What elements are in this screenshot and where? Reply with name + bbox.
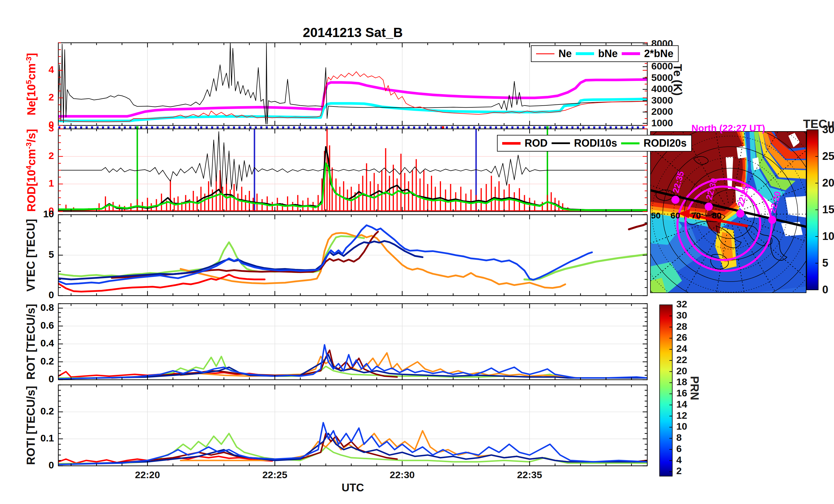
panel-rot [58,304,647,380]
prn-tick-label: 18 [676,376,687,388]
prn-tick-label: 2 [676,465,682,477]
legend-label: ROD [525,137,548,149]
tecu-tick-label: 25 [822,150,834,162]
tecu-tick-label: 5 [822,257,828,269]
tecu-tick-label: 30 [822,123,834,136]
prn-tick-label: 8 [676,432,682,443]
tecu-tick-label: 10 [822,230,834,243]
tecu-tick-label: 15 [822,204,834,216]
legend-line-RODI10s [552,142,570,144]
x-tick-label: 22:30 [385,469,419,480]
prn-tick-label: 14 [676,399,687,410]
track-dot [672,196,679,204]
legend-line-2*bNe [622,52,640,55]
legend-label: Ne [558,48,572,60]
y-axis-label-ne-te: Ne[105cm-3] [24,53,38,115]
prn-tick-label: 6 [676,443,682,454]
y-axis-label-roti: ROTI [TECU/s] [24,386,37,465]
prn-tick-label: 24 [676,343,687,354]
tecu-tick-label: 20 [822,177,834,189]
prn-tick-label: 4 [676,454,682,465]
y-axis-label-rod: ROD[104cm-3/s] [24,129,38,212]
prn-tick-label: 32 [676,298,687,310]
track-dot [705,203,713,211]
x-tick-label: 22:35 [512,469,547,480]
legend-label: RODI10s [574,137,617,149]
prn-tick-label: 20 [676,365,687,376]
legend-line-RODI20s [621,142,639,144]
panel-roti [58,385,647,466]
prn-tick-label: 16 [676,388,687,399]
series-prn-maroon-late [629,224,647,229]
prn-tick-label: 28 [676,321,687,332]
legend-label: 2*bNe [644,48,674,60]
x-axis-title: UTC [58,482,647,494]
colorbar-prn [660,305,672,476]
latitude-label: 50 [651,211,660,220]
tecu-tick-label: 0 [822,283,828,296]
map-title: North (22:27 UT) [651,123,806,134]
latitude-label: 80 [712,211,721,220]
polar-tec-map: 22:3522:3022:2522:2050607080 [558,45,834,384]
prn-colorbar-title: PRN [688,376,701,400]
series-prn-maroon [112,232,378,278]
track-dot [736,209,744,217]
x-tick-label: 22:25 [258,469,292,480]
prn-tick-label: 26 [676,332,687,343]
legend-ne: NebNe2*bNe [531,45,679,62]
prn-tick-label: 30 [676,310,687,321]
prn-tick-label: 22 [676,354,687,365]
prn-tick-label: 12 [676,410,687,421]
latitude-label: 70 [691,211,701,220]
y-tick-label: 10 [31,208,54,220]
legend-line-ROD [502,142,521,145]
series-bNe [58,99,647,121]
legend-line-bNe [576,52,594,55]
panel-vtec [58,215,647,296]
legend-rod: RODRODI10sRODI20s [497,135,692,152]
plot-canvas: 22:3522:3022:2522:2050607080 [0,0,834,504]
latitude-label: 60 [671,211,680,220]
track-dot [768,216,776,224]
te-axis-label: Te (K) [671,64,684,96]
x-tick-label: 22:20 [130,469,164,480]
colorbar-tecu [807,130,818,290]
y-axis-label-rot: ROT [TECU/s] [24,304,37,380]
y-axis-label-vtec: VTEC [TECU] [24,219,37,291]
prn-tick-label: 10 [676,421,687,432]
legend-line-Ne [536,53,554,54]
legend-label: RODI20s [643,137,687,149]
legend-label: bNe [598,48,618,60]
figure: 22:3522:3022:2522:2050607080 20141213 Sa… [0,0,834,504]
figure-title: 20141213 Sat_B [58,25,647,40]
